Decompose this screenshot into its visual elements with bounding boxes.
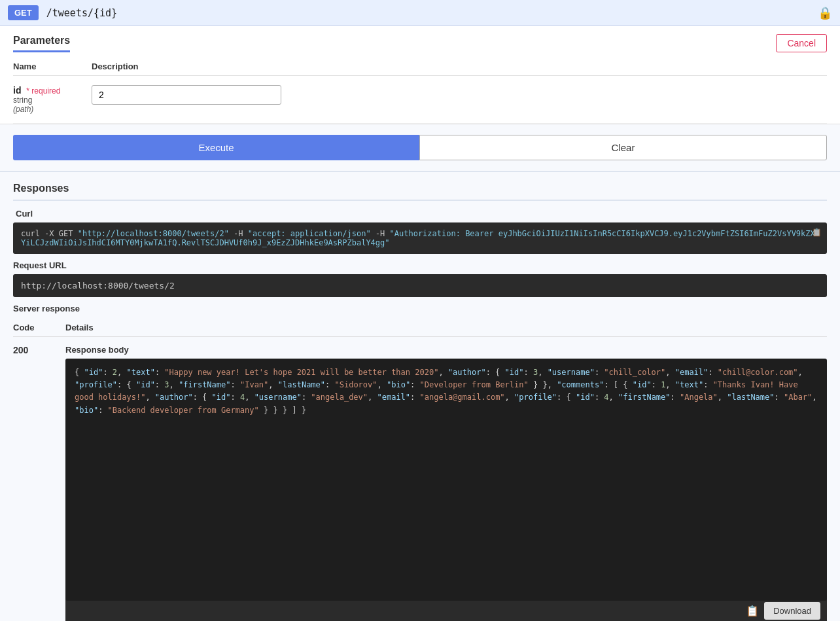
response-body-box[interactable]: { "id": 2, "text": "Happy new year! Let'… [65, 359, 827, 601]
param-info-id: id * required string (path) [13, 85, 92, 114]
param-type-id: string [13, 96, 92, 105]
request-url-box: http://localhost:8000/tweets/2 [13, 274, 827, 297]
col-name-header: Name [13, 62, 92, 71]
col-details-header: Details [65, 323, 827, 332]
params-header: Parameters Cancel [13, 34, 827, 52]
params-table-header: Name Description [13, 55, 827, 76]
cancel-button[interactable]: Cancel [776, 34, 827, 52]
response-body-label: Response body [65, 345, 827, 355]
curl-cmd: curl -X GET [21, 229, 78, 238]
response-code-200: 200 [13, 345, 65, 355]
param-input-id[interactable] [92, 85, 281, 105]
col-code-header: Code [13, 323, 65, 332]
col-desc-header: Description [92, 62, 827, 71]
action-row: Execute Clear [0, 124, 840, 172]
param-input-area-id [92, 85, 827, 105]
top-bar: GET /tweets/{id} 🔒 [0, 0, 840, 26]
responses-section: Responses Curl curl -X GET "http://local… [0, 172, 840, 621]
execute-button[interactable]: Execute [13, 135, 419, 160]
curl-label: Curl [13, 209, 827, 219]
server-response-label: Server response [13, 304, 827, 313]
param-location-id: (path) [13, 105, 92, 114]
copy-curl-icon[interactable]: 📋 [812, 228, 822, 237]
response-body-footer: 📋 Download [65, 598, 827, 621]
clear-button[interactable]: Clear [419, 135, 827, 160]
request-url-label: Request URL [13, 260, 827, 270]
param-name-id: id * required [13, 85, 92, 96]
parameters-section: Parameters Cancel Name Description id * … [0, 26, 840, 124]
param-row-id: id * required string (path) [13, 76, 827, 124]
curl-url-string: "http://localhost:8000/tweets/2" [78, 229, 229, 238]
curl-accept: "accept: application/json" [248, 229, 371, 238]
copy-response-icon[interactable]: 📋 [746, 605, 759, 617]
response-row-200: 200 Response body { "id": 2, "text": "Ha… [13, 340, 827, 621]
method-badge: GET [8, 5, 39, 20]
curl-box: curl -X GET "http://localhost:8000/tweet… [13, 222, 827, 254]
response-details-200: Response body { "id": 2, "text": "Happy … [65, 345, 827, 621]
curl-h2: -H [371, 229, 390, 238]
curl-h1: -H [229, 229, 248, 238]
response-table-header: Code Details [13, 319, 827, 337]
lock-icon: 🔒 [818, 6, 832, 20]
responses-title: Responses [13, 183, 827, 201]
endpoint-path: /tweets/{id} [46, 7, 117, 19]
download-button[interactable]: Download [764, 602, 820, 620]
params-title: Parameters [13, 35, 70, 52]
